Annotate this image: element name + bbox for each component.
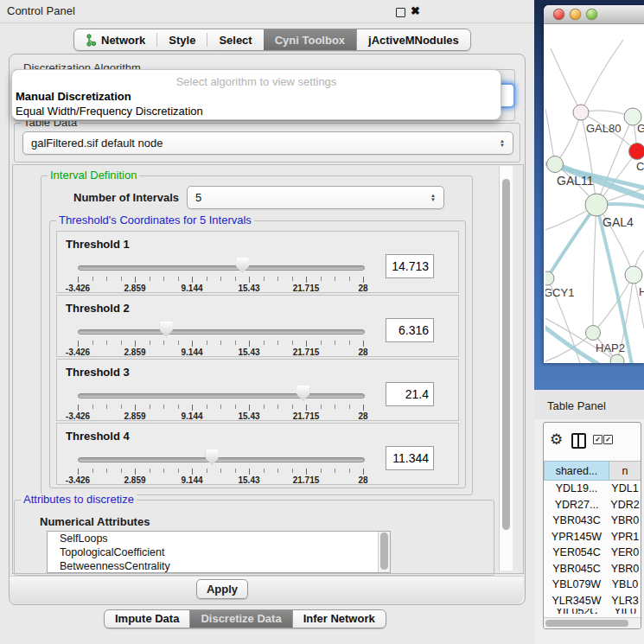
tab-jactivemnodules[interactable]: jActiveMNodules	[356, 29, 470, 50]
float-window-icon[interactable]	[396, 8, 405, 17]
cell-shared-name[interactable]: YBR045C	[544, 561, 609, 577]
network-edge[interactable]	[593, 275, 634, 333]
threshold-2-panel: Threshold 2 -3.4262.8599.14415.4321.7152…	[56, 295, 459, 357]
zoom-window-icon[interactable]	[586, 9, 597, 20]
cell-name[interactable]: YBL0	[609, 577, 641, 593]
threshold-1-value-field[interactable]: 14.713	[386, 254, 434, 278]
table-row[interactable]: YBR045CYBR0	[544, 561, 641, 577]
cell-shared-name[interactable]: YLR345W	[544, 593, 609, 609]
tick-mark	[249, 277, 250, 283]
tab-impute-data[interactable]: Impute Data	[105, 610, 189, 628]
tick-mark	[92, 405, 93, 409]
cell-shared-name[interactable]: YPR145W	[544, 529, 609, 545]
network-edge[interactable]	[551, 48, 581, 112]
network-window-titlebar	[544, 5, 644, 24]
network-canvas[interactable]: GAL80GACGAL11GAL4HGCY1HAP2	[545, 24, 644, 363]
column-header-shared-name[interactable]: shared...	[544, 461, 609, 481]
tick-mark	[363, 341, 364, 347]
tab-infer-network[interactable]: Infer Network	[293, 610, 386, 628]
table-row[interactable]: YDL19...YDL1	[544, 481, 641, 497]
cell-name[interactable]: YDL1	[609, 481, 641, 497]
threshold-2-value-field[interactable]: 6.316	[386, 318, 434, 342]
threshold-1-slider[interactable]	[78, 265, 365, 271]
cell-shared-name[interactable]: YDR27...	[544, 497, 609, 513]
control-panel-titlebar: Control Panel ✖	[0, 0, 534, 23]
scrollbar-thumb[interactable]	[380, 532, 388, 570]
network-node[interactable]	[629, 143, 644, 160]
network-node[interactable]	[573, 105, 589, 120]
tick-mark	[207, 405, 207, 409]
slider-thumb[interactable]	[296, 386, 309, 401]
cell-shared-name[interactable]: YER054C	[544, 545, 609, 561]
threshold-4-value-field[interactable]: 11.344	[386, 446, 434, 470]
network-edge[interactable]	[593, 205, 596, 333]
scrollbar-thumb[interactable]	[545, 620, 628, 627]
tab-discretize-data[interactable]: Discretize Data	[189, 610, 292, 628]
list-item[interactable]: TopologicalCoefficient	[48, 545, 390, 559]
network-node[interactable]	[585, 194, 608, 216]
cell-name[interactable]: YPR1	[609, 529, 641, 545]
slider-thumb[interactable]	[236, 258, 249, 273]
checkbox-icon[interactable]: ✓	[593, 435, 603, 444]
network-edge[interactable]	[555, 112, 581, 164]
close-icon[interactable]: ✖	[411, 3, 420, 19]
column-header-name[interactable]: n	[609, 461, 641, 481]
cell-shared-name[interactable]: YBL079W	[544, 577, 609, 593]
table-row[interactable]: YDR27...YDR2	[544, 497, 641, 513]
table-row[interactable]: YIL052CYIL0	[544, 609, 641, 614]
node-label: GAL4	[603, 215, 634, 229]
network-node[interactable]	[545, 271, 554, 285]
cell-name[interactable]: YIL0	[609, 609, 641, 614]
list-item[interactable]: BetweennessCentrality	[48, 559, 390, 573]
table-row[interactable]: YBL079WYBL0	[544, 577, 641, 593]
threshold-2-slider[interactable]	[78, 329, 365, 335]
tab-select[interactable]: Select	[207, 29, 263, 50]
horizontal-scrollbar[interactable]	[544, 617, 641, 628]
close-window-icon[interactable]	[553, 9, 564, 20]
tab-network[interactable]: Network	[74, 29, 156, 50]
tab-style[interactable]: Style	[157, 29, 207, 50]
cell-name[interactable]: YBR0	[609, 561, 641, 577]
list-scrollbar[interactable]	[378, 532, 390, 572]
control-panel-tabbar: Network Style Select Cyni Toolbox jActiv…	[73, 29, 471, 51]
table-row[interactable]: YBR043CYBR0	[544, 513, 641, 529]
scrollbar-thumb[interactable]	[502, 179, 510, 530]
spinner-icon[interactable]: ▲▼	[499, 139, 506, 148]
tab-cyni-toolbox[interactable]: Cyni Toolbox	[264, 29, 356, 50]
slider-thumb[interactable]	[160, 322, 173, 337]
table-row[interactable]: YPR145WYPR1	[544, 529, 641, 545]
dropdown-item-equal-width-frequency[interactable]: Equal Width/Frequency Discretization	[16, 105, 203, 118]
threshold-3-value-field[interactable]: 21.4	[386, 382, 434, 406]
table-row[interactable]: YLR345WYLR3	[544, 593, 641, 609]
cell-shared-name[interactable]: YBR043C	[544, 513, 609, 529]
network-edge-thick[interactable]	[545, 205, 596, 284]
threshold-4-slider[interactable]	[78, 457, 365, 462]
network-edge[interactable]	[581, 40, 623, 112]
cell-name[interactable]: YLR3	[609, 593, 641, 609]
threshold-3-slider[interactable]	[78, 393, 365, 399]
slider-thumb[interactable]	[206, 450, 219, 465]
network-node[interactable]	[625, 266, 642, 284]
cell-shared-name[interactable]: YIL052C	[544, 609, 609, 614]
spinner-icon[interactable]: ▲▼	[430, 194, 437, 202]
network-node[interactable]	[586, 326, 601, 341]
table-data-combobox[interactable]: galFiltered.sif default node ▲▼	[22, 131, 513, 155]
cell-name[interactable]: YBR0	[609, 513, 641, 529]
column-view-icon[interactable]	[571, 433, 586, 449]
cell-name[interactable]: YER0	[609, 545, 641, 561]
number-of-intervals-combobox[interactable]: 5 ▲▼	[187, 186, 444, 209]
network-node[interactable]	[547, 156, 564, 173]
cell-shared-name[interactable]: YDL19...	[544, 481, 609, 497]
numerical-attributes-list[interactable]: SelfLoopsTopologicalCoefficientBetweenne…	[47, 531, 391, 573]
cell-name[interactable]: YDR2	[609, 497, 641, 513]
minimize-window-icon[interactable]	[570, 9, 581, 20]
table-row[interactable]: YER054CYER0	[544, 545, 641, 561]
vertical-scrollbar[interactable]	[499, 166, 513, 571]
checkbox-icon[interactable]: ✓	[603, 435, 613, 444]
tick-mark	[207, 277, 207, 281]
gear-icon[interactable]: ⚙	[550, 430, 563, 450]
apply-button-band	[10, 576, 523, 603]
list-item[interactable]: SelfLoops	[48, 532, 390, 545]
dropdown-item-manual-discretization[interactable]: Manual Discretization	[16, 90, 131, 103]
apply-button[interactable]: Apply	[196, 579, 248, 599]
